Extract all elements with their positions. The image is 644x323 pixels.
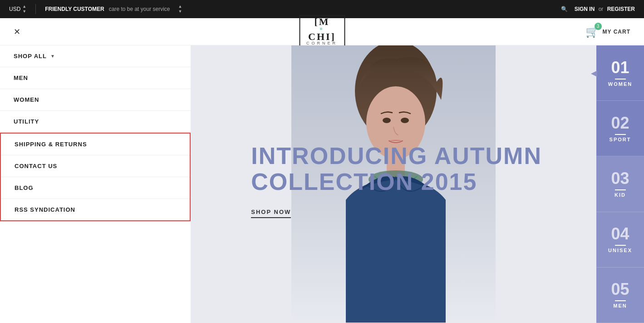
- sidebar-unisex-label: UNISEX: [608, 248, 632, 253]
- nav-blog-label: BLOG: [15, 184, 34, 191]
- sidebar-unisex-underline: [615, 245, 626, 246]
- sidebar-men-label: MEN: [613, 303, 627, 308]
- header: ✕ [MoCHI] CORNER 🛒 3 MY CART: [0, 18, 644, 45]
- cart-badge: 3: [595, 23, 602, 30]
- sidebar-item-kid[interactable]: 03 KID: [596, 156, 644, 212]
- or-text: or: [599, 6, 604, 12]
- register-link[interactable]: REGISTER: [607, 6, 635, 12]
- message-arrows-icon: ▲▼: [178, 4, 182, 14]
- sidebar-women-label: WOMEN: [608, 81, 632, 87]
- hero-title: INTRODUCING AUTUMN COLLECTION 2015: [251, 143, 542, 195]
- logo-sub: CORNER: [306, 41, 338, 45]
- shop-now-button[interactable]: SHOP NOW: [251, 209, 291, 218]
- logo-main: [MoCHI]: [306, 16, 338, 43]
- nav-utility-label: UTILITY: [14, 118, 39, 125]
- logo: [MoCHI] CORNER: [299, 15, 345, 48]
- sidebar-sport-number: 02: [611, 115, 629, 131]
- svg-point-5: [383, 118, 391, 123]
- cart-label: MY CART: [603, 29, 630, 35]
- message-bold: FRIENDLY CUSTOMER: [45, 6, 104, 12]
- sidebar-sport-label: SPORT: [610, 137, 631, 142]
- search-icon[interactable]: 🔍: [561, 6, 568, 12]
- auth-links: SIGN IN or REGISTER: [575, 6, 635, 12]
- sidebar-item-women[interactable]: ◀ 01 WOMEN: [596, 45, 644, 101]
- sidebar-women-underline: [615, 79, 626, 80]
- hero-title-line1: INTRODUCING AUTUMN: [251, 143, 542, 169]
- sidebar-men-number: 05: [611, 281, 629, 298]
- friendly-message: FRIENDLY CUSTOMER care to be at your ser…: [36, 4, 182, 14]
- sidebar-item-sport[interactable]: 02 SPORT: [596, 101, 644, 156]
- sidebar-women-number: 01: [611, 60, 629, 76]
- svg-point-6: [401, 118, 409, 123]
- nav-utility[interactable]: UTILITY: [0, 111, 191, 133]
- sidebar-kid-label: KID: [615, 192, 626, 198]
- sidebar-unisex-number: 04: [611, 226, 629, 242]
- nav-women-label: WOMEN: [14, 96, 39, 103]
- sidebar-chevron-icon: ◀: [591, 68, 597, 78]
- cart-icon-wrap: 🛒 3: [585, 25, 599, 38]
- sidebar-sport-underline: [615, 134, 626, 135]
- currency-arrow-icon: ▲▼: [22, 4, 26, 14]
- sidebar-item-men[interactable]: 05 MEN: [596, 268, 644, 323]
- nav-contact-us-label: CONTACT US: [15, 163, 57, 169]
- sidebar-men-underline: [615, 300, 626, 301]
- main-content: SHOP ALL ▼ MEN WOMEN UTILITY SHIPPING & …: [0, 45, 644, 323]
- nav-contact-us[interactable]: CONTACT US: [1, 155, 190, 177]
- nav-shipping-returns-label: SHIPPING & RETURNS: [15, 141, 87, 148]
- nav-highlight-box: SHIPPING & RETURNS CONTACT US BLOG RSS S…: [0, 133, 191, 221]
- shop-all-label: SHOP ALL: [14, 53, 47, 60]
- currency-label: USD: [9, 6, 20, 12]
- nav-blog[interactable]: BLOG: [1, 177, 190, 199]
- top-bar-right: 🔍 SIGN IN or REGISTER: [561, 6, 635, 12]
- nav-panel: SHOP ALL ▼ MEN WOMEN UTILITY SHIPPING & …: [0, 45, 191, 323]
- hero-text: INTRODUCING AUTUMN COLLECTION 2015 SHOP …: [251, 143, 542, 218]
- nav-rss-label: RSS SYNDICATION: [15, 206, 75, 213]
- chevron-down-icon: ▼: [50, 54, 55, 59]
- nav-shop-all[interactable]: SHOP ALL ▼: [0, 45, 191, 67]
- sidebar-item-unisex[interactable]: 04 UNISEX: [596, 212, 644, 268]
- sidebar-kid-underline: [615, 189, 626, 190]
- hero-section: INTRODUCING AUTUMN COLLECTION 2015 SHOP …: [191, 45, 596, 323]
- currency-selector[interactable]: USD ▲▼: [9, 4, 36, 14]
- signin-link[interactable]: SIGN IN: [575, 6, 595, 12]
- close-button[interactable]: ✕: [14, 27, 20, 37]
- message-text: care to be at your service: [109, 6, 170, 12]
- cart-area[interactable]: 🛒 3 MY CART: [585, 25, 630, 38]
- top-bar-left: USD ▲▼ FRIENDLY CUSTOMER care to be at y…: [9, 4, 182, 14]
- nav-men-label: MEN: [14, 75, 28, 81]
- nav-shipping-returns[interactable]: SHIPPING & RETURNS: [1, 134, 190, 155]
- sidebar-kid-number: 03: [611, 170, 629, 187]
- nav-men[interactable]: MEN: [0, 67, 191, 89]
- nav-rss[interactable]: RSS SYNDICATION: [1, 199, 190, 220]
- nav-women[interactable]: WOMEN: [0, 89, 191, 111]
- hero-title-line2: COLLECTION 2015: [251, 169, 477, 195]
- right-sidebar: ◀ 01 WOMEN 02 SPORT 03 KID 04 UNISEX 05 …: [596, 45, 644, 323]
